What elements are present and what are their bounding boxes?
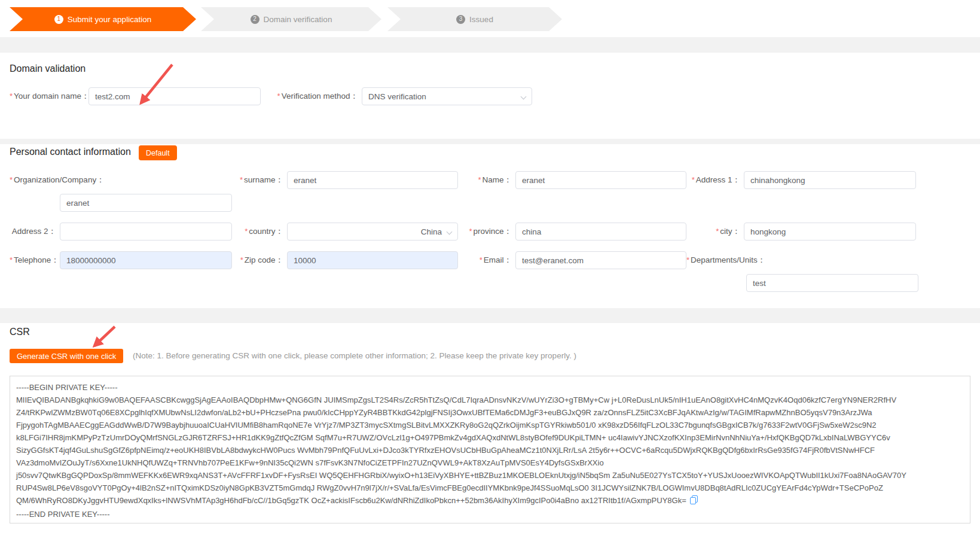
- step-submit-application: 1 Submit your application: [10, 7, 196, 31]
- country-value: China: [421, 227, 442, 236]
- section-divider: [0, 37, 980, 53]
- required-asterisk: *: [10, 175, 13, 184]
- address2-field: Address 2：: [10, 223, 232, 241]
- required-asterisk: *: [240, 255, 243, 264]
- country-field: *country： China: [230, 223, 458, 241]
- departments-input-row: [746, 274, 918, 292]
- csr-note: (Note: 1. Before generating CSR with one…: [133, 349, 576, 363]
- generate-csr-button[interactable]: Generate CSR with one click: [10, 349, 123, 363]
- step-3-number-icon: 3: [456, 15, 465, 24]
- key-line: Z4/tRKPwlZWMzBW0Tq06E8XCpglhIqfXMUbwNsLI…: [16, 406, 964, 419]
- key-line: j50svv7QtwKBgGQPDoxSp/8mmWEFKKx6EWR9xqAN…: [16, 469, 964, 482]
- departments-label: *Departments/Units：: [686, 255, 769, 266]
- csr-title: CSR: [10, 327, 30, 337]
- step-1-label: Submit your application: [68, 15, 151, 24]
- key-end-line: -----END PRIVATE KEY-----: [16, 508, 964, 520]
- telephone-input[interactable]: [60, 251, 232, 269]
- name-field: *Name：: [458, 171, 686, 189]
- required-asterisk: *: [716, 227, 719, 236]
- name-label: *Name：: [458, 175, 515, 185]
- key-line: FjpygohTAgMBAAECggEAGddWwB/D7W9Baybjhuuo…: [16, 419, 964, 431]
- surname-label: *surname：: [230, 175, 287, 185]
- city-input[interactable]: [744, 223, 916, 241]
- telephone-label: *Telephone：: [10, 255, 60, 266]
- key-line: VAz3dmoMvIZOuJyT/s6Xxne1UkNHQfUWZq+TRNVh…: [16, 456, 964, 469]
- address1-label: *Address 1：: [686, 175, 744, 185]
- section-divider: [0, 139, 980, 144]
- zipcode-field: *Zip code：: [230, 251, 458, 269]
- address2-label: Address 2：: [10, 226, 60, 237]
- required-asterisk: *: [245, 227, 248, 236]
- surname-field: *surname：: [230, 171, 458, 189]
- chevron-down-icon: [521, 94, 527, 100]
- step-2-label: Domain verification: [264, 15, 332, 24]
- required-asterisk: *: [10, 255, 13, 264]
- organization-label-row: *Organization/Company：: [10, 171, 108, 189]
- verification-method-label: *Verification method：: [275, 91, 362, 102]
- required-asterisk: *: [480, 255, 483, 264]
- address1-field: *Address 1：: [686, 171, 916, 189]
- key-line: MIIEvQIBADANBgkqhkiG9w0BAQEFAASCBKcwggSj…: [16, 394, 964, 406]
- ssl-application-page: 1 Submit your application 2 Domain verif…: [0, 0, 980, 551]
- address2-input[interactable]: [60, 223, 232, 241]
- domain-validation-title: Domain validation: [10, 63, 86, 74]
- key-line: k8LFGi7IHR8jmKMPyPzTzUmrDOyQMrfSNGLzGJR6…: [16, 431, 964, 444]
- required-asterisk: *: [10, 92, 13, 101]
- section-divider: [0, 308, 980, 323]
- province-input[interactable]: [515, 223, 686, 241]
- required-asterisk: *: [478, 175, 481, 184]
- required-asterisk: *: [469, 227, 472, 236]
- zipcode-label: *Zip code：: [230, 255, 287, 266]
- email-label: *Email：: [458, 255, 515, 266]
- step-3-label: Issued: [469, 15, 493, 24]
- domain-name-field: *Your domain name：: [10, 87, 261, 105]
- country-select[interactable]: China: [287, 223, 458, 241]
- domain-name-input[interactable]: [88, 87, 261, 105]
- chevron-down-icon: [447, 229, 453, 235]
- contact-info-title: Personal contact information: [10, 147, 131, 157]
- required-asterisk: *: [692, 175, 695, 184]
- copy-icon[interactable]: [690, 495, 698, 508]
- step-issued: 3 Issued: [387, 7, 562, 31]
- key-line: QM/6WhRyRO8DKyJggvHTU9ewdXqxIks+lNWSVhMT…: [16, 494, 964, 508]
- email-field: *Email：: [458, 251, 686, 269]
- zipcode-input[interactable]: [287, 251, 458, 269]
- name-input[interactable]: [515, 171, 686, 189]
- default-button[interactable]: Default: [139, 145, 177, 160]
- required-asterisk: *: [240, 175, 243, 184]
- telephone-field: *Telephone：: [10, 251, 232, 269]
- departments-label-row: *Departments/Units：: [686, 251, 769, 269]
- verification-method-value: DNS verification: [368, 92, 426, 101]
- surname-input[interactable]: [287, 171, 458, 189]
- email-input[interactable]: [515, 251, 686, 269]
- step-1-number-icon: 1: [54, 15, 63, 24]
- verification-method-select[interactable]: DNS verification: [362, 87, 532, 105]
- step-2-number-icon: 2: [251, 15, 259, 24]
- province-label: *province：: [458, 226, 515, 237]
- province-field: *province：: [458, 223, 686, 241]
- city-field: *city：: [686, 223, 916, 241]
- organization-label: *Organization/Company：: [10, 175, 108, 185]
- country-label: *country：: [230, 226, 287, 237]
- step-domain-verification: 2 Domain verification: [201, 7, 381, 31]
- organization-input-row: [60, 194, 232, 212]
- key-begin-line: -----BEGIN PRIVATE KEY-----: [16, 381, 964, 394]
- required-asterisk: *: [277, 92, 280, 101]
- city-label: *city：: [686, 226, 744, 237]
- departments-input[interactable]: [746, 274, 918, 292]
- private-key-textarea[interactable]: -----BEGIN PRIVATE KEY----- MIIEvQIBADAN…: [10, 376, 970, 523]
- verification-method-field: *Verification method： DNS verification: [275, 87, 532, 105]
- domain-name-label: *Your domain name：: [10, 91, 88, 102]
- address1-input[interactable]: [744, 171, 916, 189]
- organization-input[interactable]: [60, 194, 232, 212]
- key-line: SizyGGfsKT4jqf4GuLshuSgGfZ6pfpNEimq/z+eo…: [16, 444, 964, 456]
- required-asterisk: *: [686, 255, 689, 264]
- key-line: RUP4Sw8LP6eV8sgoVYT0PgOy+4lB2nSZ+nITQxim…: [16, 482, 964, 494]
